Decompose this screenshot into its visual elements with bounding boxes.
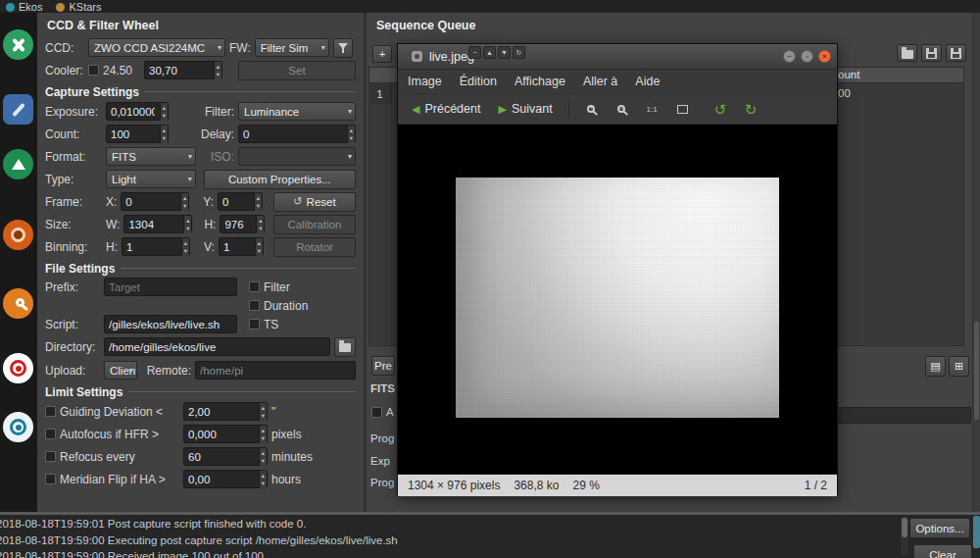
queue-grid-button[interactable]: ⊞ [949,356,969,377]
align-module-icon[interactable] [3,353,33,383]
queue-page-button[interactable]: ▤ [925,356,946,377]
exposure-spinbox[interactable] [106,102,169,121]
log-scrollbar-thumb[interactable] [902,518,907,537]
frame-x-spinbox[interactable] [121,192,189,211]
refresh-button[interactable]: ↻ [513,46,525,59]
bin-v-input[interactable] [220,241,263,253]
cooler-target-input[interactable] [145,65,221,76]
format-select[interactable]: FITS [106,147,196,166]
size-w-spinbox[interactable] [123,215,192,233]
guiding-deviation-input[interactable] [184,406,267,418]
upload-select-value: Client [110,365,137,377]
ts-checkbox[interactable] [249,319,260,330]
script-input[interactable] [104,315,237,333]
exposure-input[interactable] [107,106,168,118]
preview-button[interactable]: Pre [371,356,395,376]
queue-a-checkbox[interactable] [371,407,382,418]
meridian-flip-input[interactable] [184,474,267,485]
menu-aide[interactable]: Aide [635,75,660,88]
refocus-spinbox[interactable] [183,447,268,466]
filter-manager-button[interactable] [333,38,353,58]
scheduler-module-icon[interactable] [3,149,33,179]
mount-module-icon[interactable] [3,94,33,125]
size-w-input[interactable] [124,219,191,230]
main-scrollbar-thumb[interactable] [974,322,979,420]
move-down-button[interactable]: ▼ [498,46,511,59]
menu-affichage[interactable]: Affichage [514,75,565,88]
save-queue-button[interactable] [921,44,942,62]
open-queue-button[interactable] [897,44,917,62]
viewer-titlebar[interactable]: live.jpeg ─ ▫ ✕ [398,44,837,70]
maximize-button[interactable]: ▫ [801,50,813,63]
autofocus-hfr-checkbox[interactable] [45,429,56,439]
rotator-button[interactable]: Rotator [273,237,356,257]
capture-module-icon[interactable] [3,220,33,250]
zoom-out-button[interactable] [610,97,634,121]
move-up-button[interactable]: ▲ [483,46,496,59]
zoom-fit-button[interactable] [670,97,695,121]
delay-input[interactable] [239,128,355,140]
prefix-input[interactable] [104,278,237,296]
count-spinbox[interactable] [106,125,169,143]
save-queue-as-button[interactable] [946,44,966,62]
frame-y-spinbox[interactable] [218,192,263,211]
bin-v-spinbox[interactable] [219,237,264,256]
autofocus-hfr-input[interactable] [184,429,267,440]
minimize-button[interactable]: ─ [783,50,796,63]
clear-button[interactable]: Clear [913,544,972,558]
meridian-flip-checkbox[interactable] [45,474,56,484]
setup-module-icon[interactable] [3,29,33,60]
window-scrollbar-thumb[interactable] [973,516,980,548]
frame-y-input[interactable] [219,196,262,208]
add-job-button[interactable]: + [372,45,392,63]
remove-job-button[interactable]: − [468,46,481,59]
refocus-input[interactable] [184,451,267,463]
reset-frame-button[interactable]: ↺Reset [273,192,356,212]
set-cooler-button[interactable]: Set [238,61,356,80]
close-button[interactable]: ✕ [818,50,831,63]
size-h-spinbox[interactable] [220,215,265,233]
refocus-checkbox[interactable] [45,451,56,462]
autofocus-hfr-spinbox[interactable] [183,425,268,443]
guiding-deviation-spinbox[interactable] [183,402,268,421]
fw-select[interactable]: Filter Sim [255,38,329,57]
meridian-flip-spinbox[interactable] [183,470,268,488]
cooler-checkbox[interactable] [88,65,99,76]
guiding-deviation-checkbox[interactable] [45,406,56,417]
rotate-right-button[interactable]: ↻ [739,97,763,121]
custom-properties-button[interactable]: Custom Properties... [204,170,356,189]
queue-row-number[interactable]: 1 [368,84,392,104]
frame-x-input[interactable] [122,196,188,208]
previous-button[interactable]: ◀Précédent [406,99,486,119]
filter-checkbox[interactable] [249,281,260,292]
ccd-select[interactable]: ZWO CCD ASI224MC [88,38,225,57]
filter-select[interactable]: Luminance [238,102,356,121]
menu-image[interactable]: Image [408,75,442,88]
count-input[interactable] [107,128,168,140]
cooler-target-spinbox[interactable] [144,61,222,79]
type-select[interactable]: Light [106,170,196,188]
focus-module-icon[interactable] [3,288,33,319]
bin-h-input[interactable] [122,241,189,253]
rotate-left-button[interactable]: ↺ [709,97,733,121]
menu-aller-a[interactable]: Aller à [583,75,617,88]
menu-edition[interactable]: Édition [460,75,497,88]
log-scrollbar[interactable] [901,517,908,556]
options-button[interactable]: Options... [909,518,970,538]
calibration-button[interactable]: Calibration [273,215,356,234]
main-scrollbar[interactable] [972,13,980,512]
next-button[interactable]: ▶Suivant [492,99,558,119]
upload-select[interactable]: Client [104,361,137,380]
zoom-in-button[interactable] [579,97,604,121]
image-canvas[interactable] [398,125,837,474]
duration-checkbox[interactable] [249,300,260,311]
tab-ekos[interactable]: Ekos [6,0,42,13]
guide-module-icon[interactable] [3,412,33,442]
directory-input[interactable] [104,337,330,356]
zoom-normal-button[interactable]: 1:1 [640,97,664,121]
tab-kstars[interactable]: KStars [56,0,101,13]
browse-directory-button[interactable] [334,337,356,357]
delay-spinbox[interactable] [238,125,356,143]
bin-h-spinbox[interactable] [122,237,190,256]
size-h-input[interactable] [220,219,264,230]
